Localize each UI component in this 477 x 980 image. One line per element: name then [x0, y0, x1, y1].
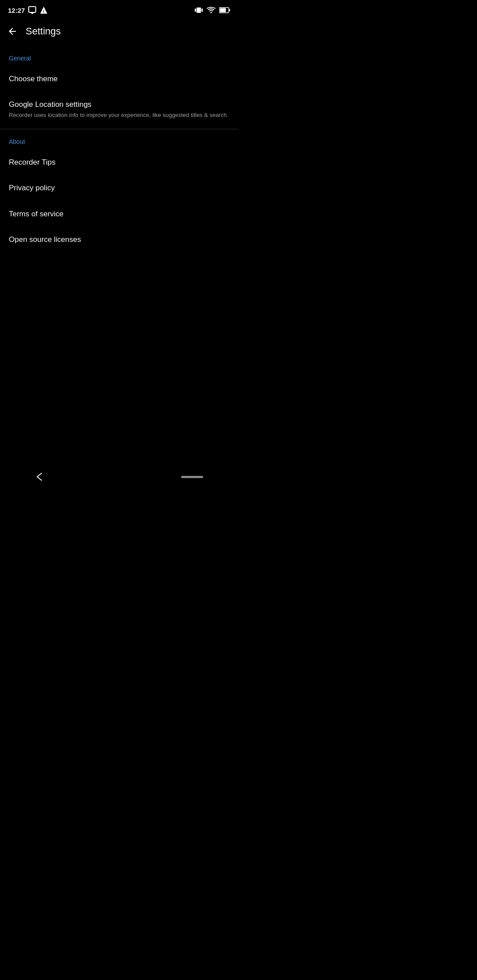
open-source-licenses-item[interactable]: Open source licenses — [0, 227, 238, 253]
status-left: 12:27 ! — [8, 6, 48, 14]
svg-rect-5 — [195, 8, 196, 12]
terms-of-service-title: Terms of service — [9, 209, 230, 219]
section-divider — [0, 129, 238, 129]
section-header-about: About — [0, 131, 238, 150]
svg-rect-8 — [201, 9, 202, 11]
svg-text:!: ! — [43, 9, 45, 14]
battery-icon — [219, 7, 231, 13]
status-right — [194, 7, 231, 14]
nav-back-button[interactable] — [35, 471, 42, 482]
nav-home-indicator[interactable] — [181, 476, 203, 478]
status-bar: 12:27 ! — [0, 0, 238, 19]
terms-of-service-item[interactable]: Terms of service — [0, 201, 238, 227]
google-location-title: Google Location settings — [9, 100, 230, 109]
svg-rect-11 — [220, 8, 226, 12]
svg-rect-0 — [29, 7, 36, 12]
notification-icon — [28, 6, 36, 14]
wifi-icon — [207, 7, 216, 14]
svg-rect-12 — [229, 9, 231, 11]
svg-rect-7 — [196, 9, 196, 11]
settings-content: General Choose theme Google Location set… — [0, 43, 238, 253]
section-header-general: General — [0, 48, 238, 66]
open-source-licenses-title: Open source licenses — [9, 235, 230, 245]
google-location-item[interactable]: Google Location settings Recorder uses l… — [0, 92, 238, 127]
choose-theme-item[interactable]: Choose theme — [0, 66, 238, 92]
page-title: Settings — [26, 26, 61, 37]
svg-marker-1 — [30, 12, 34, 14]
svg-point-9 — [211, 12, 212, 13]
status-time: 12:27 — [8, 7, 25, 14]
warning-icon: ! — [40, 6, 48, 14]
nav-bar — [0, 464, 238, 490]
google-location-subtitle: Recorder uses location info to improve y… — [9, 111, 230, 119]
recorder-tips-item[interactable]: Recorder Tips — [0, 150, 238, 175]
privacy-policy-item[interactable]: Privacy policy — [0, 175, 238, 201]
recorder-tips-title: Recorder Tips — [9, 158, 230, 167]
choose-theme-title: Choose theme — [9, 74, 230, 84]
svg-rect-4 — [197, 8, 201, 13]
svg-rect-6 — [202, 8, 203, 12]
back-button[interactable] — [7, 26, 18, 37]
privacy-policy-title: Privacy policy — [9, 183, 230, 193]
vibrate-icon — [194, 7, 203, 14]
app-header: Settings — [0, 19, 238, 43]
